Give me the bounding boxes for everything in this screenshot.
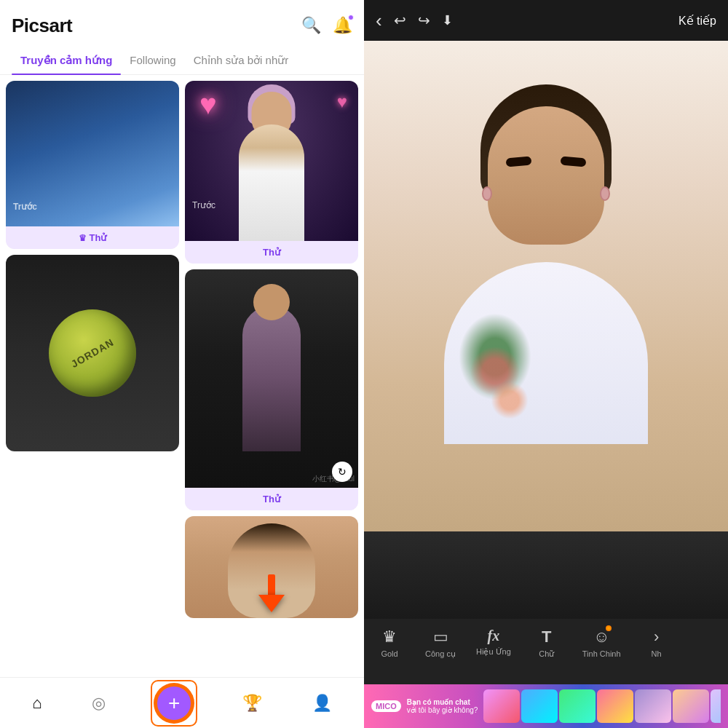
- card-face[interactable]: [185, 516, 358, 618]
- next-button[interactable]: Kế tiếp: [678, 14, 716, 28]
- tool-more[interactable]: › Nh: [631, 628, 682, 658]
- card-cosplay[interactable]: ♥ ♥ Trước Thử: [185, 81, 358, 264]
- tab-following[interactable]: Following: [121, 47, 184, 74]
- nav-home[interactable]: ⌂: [32, 694, 41, 713]
- add-button-wrapper: +: [155, 684, 193, 722]
- download-button[interactable]: ⬇: [442, 12, 453, 28]
- more-label: Nh: [652, 649, 662, 658]
- nav-discover[interactable]: ◎: [92, 694, 106, 713]
- portrait-eye-left: [506, 156, 532, 167]
- search-icon[interactable]: 🔍: [301, 16, 321, 35]
- mico-banner[interactable]: MICO Bạn có muốn chat với tôi bây giờ kh…: [364, 684, 728, 728]
- left-panel: Picsart 🔍 🔔 Truyền cảm hứng Following Ch…: [0, 0, 364, 728]
- home-icon: ⌂: [32, 694, 41, 713]
- mico-avatar-3: [559, 689, 596, 723]
- chu-label: Chữ: [539, 649, 554, 659]
- tool-label: Công cụ: [425, 649, 456, 659]
- back-button[interactable]: ‹: [376, 9, 382, 32]
- editor-panel: ‹ ↩ ↪ ⬇ Kế tiếp: [364, 0, 728, 728]
- jordan-ball: [49, 309, 136, 397]
- gold-label: Gold: [381, 649, 397, 658]
- header-actions: 🔍 🔔: [301, 16, 352, 35]
- mico-avatar-2: [521, 689, 558, 723]
- undo-button[interactable]: ↩: [394, 12, 406, 29]
- tool-hieu-ung[interactable]: fx Hiệu Ứng: [466, 628, 521, 657]
- tool-gold[interactable]: ♛ Gold: [364, 628, 415, 658]
- mico-avatar-7: [711, 689, 721, 723]
- nav-trophy[interactable]: 🏆: [242, 694, 262, 713]
- mico-avatar-1: [483, 689, 520, 723]
- mico-avatar-4: [597, 689, 633, 723]
- main-photo: [364, 41, 728, 531]
- card-woman-action[interactable]: Thử: [185, 488, 358, 510]
- nav-profile[interactable]: 👤: [312, 694, 332, 713]
- partial-label: Trước: [13, 202, 37, 212]
- tab-edit[interactable]: Chỉnh sửa bởi nhữr: [185, 47, 298, 74]
- profile-icon: 👤: [312, 694, 332, 713]
- cosplay-body: [239, 124, 304, 241]
- tool-icon: ▭: [433, 628, 448, 646]
- card-partial[interactable]: Trước ♛ Thử: [6, 81, 179, 249]
- cosplay-before-label: Trước: [192, 200, 215, 210]
- card-partial-image: Trước: [6, 81, 179, 226]
- tinh-chinh-label: Tinh Chinh: [582, 649, 621, 658]
- col-1: Trước ♛ Thử: [6, 81, 179, 618]
- earring-left: [482, 186, 492, 201]
- tab-inspire[interactable]: Truyền cảm hứng: [12, 47, 121, 74]
- crown-icon: ♛: [79, 233, 87, 243]
- card-jordan-image: [6, 255, 179, 451]
- app-logo: Picsart: [12, 15, 72, 37]
- tool-công-cụ[interactable]: ▭ Công cụ: [415, 628, 466, 659]
- tool-chu[interactable]: T Chữ: [521, 628, 572, 659]
- notification-dot: [348, 15, 354, 20]
- card-jordan[interactable]: [6, 255, 179, 451]
- app-header: Picsart 🔍 🔔: [0, 0, 364, 41]
- earring-right: [600, 186, 610, 201]
- tab-bar: Truyền cảm hứng Following Chỉnh sửa bởi …: [0, 47, 364, 75]
- trophy-icon: 🏆: [242, 694, 262, 713]
- bottom-nav: ⌂ ◎ + 🏆 👤: [0, 677, 364, 728]
- card-woman-image: ↻ 小红书@zuul: [185, 269, 358, 488]
- fx-icon: fx: [488, 628, 500, 644]
- down-arrow: [258, 595, 285, 612]
- portrait-container: [364, 41, 728, 531]
- portrait-face: [488, 106, 604, 245]
- dark-lower-area: [364, 531, 728, 619]
- editor-toolbar: ♛ Gold ▭ Công cụ fx Hiệu Ứng T Chữ ☺ Tin…: [364, 619, 728, 684]
- notification-icon[interactable]: 🔔: [333, 16, 352, 35]
- editor-image-area: [364, 41, 728, 619]
- more-icon: ›: [654, 628, 659, 646]
- gold-icon: ♛: [382, 628, 397, 646]
- mico-logo: MICO: [371, 700, 401, 712]
- floral-rose-2: [488, 379, 531, 422]
- portrait-eye-right: [561, 156, 587, 167]
- col-2: ♥ ♥ Trước Thử ↻: [185, 81, 358, 618]
- text-icon: T: [542, 628, 551, 646]
- tinh-chinh-wrapper: ☺: [593, 628, 609, 646]
- neon-heart: ♥: [199, 88, 217, 121]
- hieu-ung-label: Hiệu Ứng: [476, 647, 511, 657]
- redo-button[interactable]: ↪: [418, 12, 430, 29]
- card-cosplay-action[interactable]: Thử: [185, 241, 358, 264]
- mico-avatar-5: [635, 689, 671, 723]
- content-area: Trước ♛ Thử: [0, 75, 364, 677]
- card-cosplay-image: ♥ ♥ Trước: [185, 81, 358, 241]
- editor-header: ‹ ↩ ↪ ⬇ Kế tiếp: [364, 0, 728, 41]
- mico-text: Bạn có muốn chat với tôi bây giờ không?: [407, 698, 478, 714]
- woman-silhouette: [242, 306, 301, 451]
- editor-header-left: ‹ ↩ ↪ ⬇: [376, 9, 453, 32]
- add-button[interactable]: +: [155, 684, 193, 722]
- arrow-shaft: [268, 574, 275, 596]
- tinh-dot: [606, 625, 612, 631]
- discover-icon: ◎: [92, 694, 106, 713]
- mico-avatars: [483, 689, 721, 723]
- card-partial-action[interactable]: ♛ Thử: [6, 226, 179, 249]
- masonry-grid: Trước ♛ Thử: [6, 81, 358, 618]
- card-woman-black[interactable]: ↻ 小红书@zuul Thử: [185, 269, 358, 510]
- tool-tinh-chinh[interactable]: ☺ Tinh Chinh: [572, 628, 631, 658]
- mico-avatar-6: [673, 689, 709, 723]
